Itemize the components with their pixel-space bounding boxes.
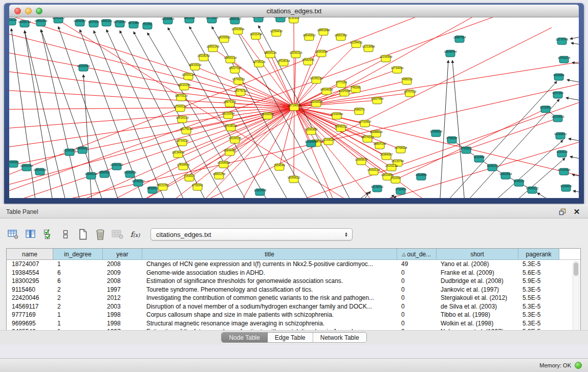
column-header-out_de[interactable]: △out_de...: [397, 249, 437, 260]
network-node[interactable]: 19121434: [222, 112, 234, 119]
network-node[interactable]: 16640910: [303, 34, 315, 40]
table-row[interactable]: 1830029562008Estimation of significance …: [7, 277, 580, 286]
network-node[interactable]: 11254430: [270, 30, 282, 36]
network-node[interactable]: 17834405: [177, 163, 189, 170]
network-node[interactable]: 11731062: [252, 17, 265, 22]
network-node[interactable]: 16714123: [176, 139, 188, 146]
network-node[interactable]: 16210643: [552, 115, 564, 122]
network-node[interactable]: 16648784: [444, 50, 456, 57]
network-node[interactable]: 9777169: [336, 81, 346, 87]
network-node[interactable]: 10720407: [359, 120, 371, 127]
table-row[interactable]: 1456911722003Disruption of a novel membe…: [7, 302, 580, 311]
network-node[interactable]: 9861594: [184, 17, 194, 23]
network-node[interactable]: 15743323: [232, 78, 245, 84]
network-node[interactable]: 20671333: [224, 100, 236, 107]
close-panel-icon[interactable]: ✕: [572, 208, 582, 216]
network-node[interactable]: 12725123: [253, 60, 265, 67]
column-header-name[interactable]: name: [7, 249, 53, 260]
network-node[interactable]: 18354022: [288, 176, 300, 183]
network-node[interactable]: 19756928: [395, 146, 407, 153]
network-node[interactable]: 16902523: [499, 172, 512, 179]
network-node[interactable]: 10719155: [114, 20, 126, 27]
network-node[interactable]: 12254431: [350, 41, 362, 48]
network-node[interactable]: 9671388: [128, 21, 139, 28]
network-node[interactable]: 20261222: [111, 163, 123, 170]
column-header-short[interactable]: short: [437, 249, 518, 260]
network-node[interactable]: 23118252: [198, 54, 210, 61]
network-window-titlebar[interactable]: citations_edges.txt: [9, 5, 579, 17]
tab-edge-table[interactable]: Edge Table: [268, 333, 313, 342]
network-node[interactable]: 20551942: [274, 17, 287, 22]
network-node[interactable]: 15164093: [217, 161, 230, 168]
network-node[interactable]: 11923408: [254, 189, 266, 195]
network-node[interactable]: 14136141: [371, 185, 383, 192]
network-node[interactable]: 10995223: [335, 125, 347, 132]
network-node[interactable]: 8791922: [461, 147, 471, 154]
table-row[interactable]: 1938455462009Genome-wide association stu…: [7, 269, 580, 277]
new-table-icon[interactable]: [76, 228, 90, 241]
network-node[interactable]: 6750341: [192, 184, 203, 190]
network-node[interactable]: 7254022: [184, 174, 194, 181]
network-node[interactable]: 25260350: [63, 149, 76, 156]
network-node[interactable]: 12169123: [322, 138, 335, 145]
network-node[interactable]: 9862812: [147, 187, 158, 193]
network-node[interactable]: 19121256: [178, 83, 190, 90]
delete-columns-icon[interactable]: [93, 228, 107, 241]
network-node[interactable]: 10969578: [355, 158, 367, 165]
network-node[interactable]: 6799197: [446, 137, 457, 143]
network-node[interactable]: 18807249: [374, 142, 386, 149]
network-node[interactable]: 10653287: [74, 19, 86, 26]
network-node[interactable]: 9245022: [513, 180, 524, 186]
network-node[interactable]: 8135304: [288, 17, 299, 23]
network-node[interactable]: 16901253: [213, 172, 225, 179]
function-builder-icon[interactable]: f(x): [128, 228, 142, 241]
table-source-select[interactable]: citations_edges.txt ▲▼: [150, 228, 353, 240]
network-node[interactable]: 9318123: [487, 164, 497, 171]
network-node[interactable]: 1244413: [556, 150, 567, 157]
network-node[interactable]: 15582441: [302, 58, 314, 65]
network-node[interactable]: 1733426: [395, 188, 406, 194]
network-node[interactable]: 15184455: [305, 140, 317, 147]
network-node[interactable]: 9102499: [473, 156, 484, 162]
network-node[interactable]: 19858325: [76, 147, 89, 154]
network-node[interactable]: 12170746: [556, 38, 568, 45]
network-node[interactable]: 7654049: [274, 164, 285, 170]
network-node[interactable]: 18179124: [180, 127, 192, 134]
network-node[interactable]: 16361696: [315, 50, 328, 57]
network-node[interactable]: 14634026: [320, 88, 333, 95]
network-node[interactable]: 16487294: [453, 36, 466, 42]
network-node[interactable]: 12213998: [362, 45, 375, 52]
network-node[interactable]: 18221251: [157, 184, 169, 190]
network-node[interactable]: 7986372: [354, 108, 364, 115]
network-node[interactable]: 12093872: [554, 133, 567, 139]
network-node[interactable]: 16151132: [385, 164, 398, 171]
network-node[interactable]: 19860124: [224, 56, 236, 63]
column-header-in_degree[interactable]: in_degree: [53, 249, 103, 260]
column-header-title[interactable]: title: [142, 249, 397, 260]
network-node[interactable]: 252254: [391, 177, 400, 183]
network-canvas[interactable]: 1872400722063904142009122185124323118252…: [9, 17, 579, 198]
row-height-icon[interactable]: [58, 228, 73, 241]
network-node[interactable]: 22063904: [232, 28, 244, 34]
table-row[interactable]: 2242004622012Investigating the contribut…: [7, 294, 580, 302]
table-row[interactable]: 911546021997Tourette syndrome. Phenomeno…: [7, 286, 580, 294]
network-node[interactable]: 15644453: [224, 149, 236, 156]
table-row[interactable]: 969969511998Structural magnetic resonanc…: [7, 319, 580, 328]
network-node[interactable]: 20153346: [77, 64, 90, 71]
citation-network-graph[interactable]: 1872400722063904142009122185124323118252…: [9, 17, 579, 198]
network-node[interactable]: 9109404: [560, 185, 571, 191]
network-node[interactable]: 16515203: [34, 168, 46, 175]
network-node[interactable]: 18757513: [404, 90, 416, 97]
memory-status-indicator[interactable]: [575, 362, 582, 369]
network-node[interactable]: 9227349: [552, 92, 563, 98]
network-node[interactable]: 10807484: [371, 97, 383, 104]
network-node[interactable]: 15751074: [558, 56, 570, 63]
network-node[interactable]: 751552: [143, 23, 152, 29]
tab-node-table[interactable]: Node Table: [222, 333, 268, 342]
network-node[interactable]: 21815124: [182, 73, 194, 80]
table-row[interactable]: 977716911998Corpus callosum shape and si…: [7, 311, 580, 319]
network-node[interactable]: 9403124: [9, 18, 17, 25]
network-node[interactable]: 16265123: [310, 77, 322, 83]
network-node[interactable]: 18724007: [288, 104, 300, 111]
show-columns-icon[interactable]: [24, 228, 38, 241]
